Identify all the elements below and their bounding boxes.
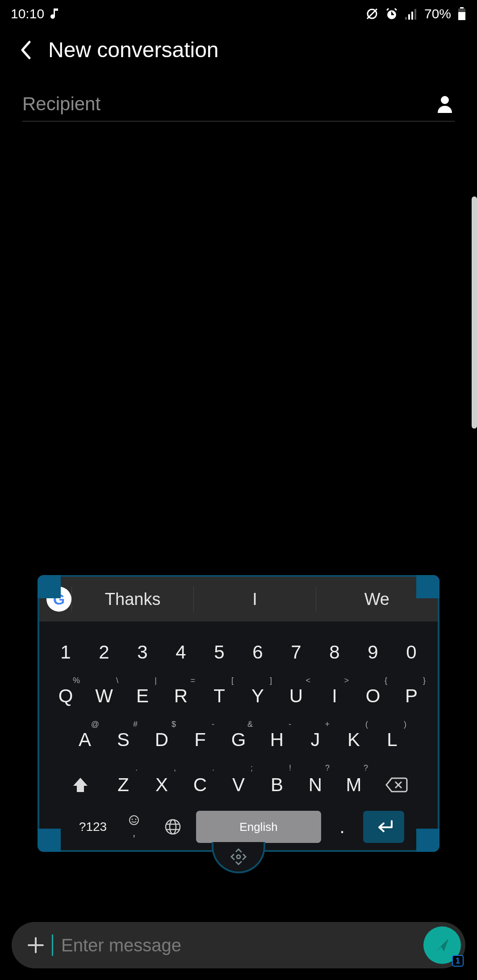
svg-rect-8	[458, 12, 465, 20]
key-d[interactable]: $D	[144, 721, 180, 759]
key-row-1: 1 2 3 4 5 6 7 8 9 0	[39, 633, 438, 671]
svg-rect-2	[405, 17, 407, 20]
suggestion-2[interactable]: I	[193, 587, 315, 612]
status-time: 10:10	[11, 6, 44, 21]
enter-key[interactable]	[363, 811, 404, 843]
svg-rect-4	[411, 12, 413, 20]
space-key[interactable]: English	[196, 811, 321, 843]
key-p[interactable]: }P	[393, 677, 429, 715]
key-row-4: .Z ,X .C ;V !B ?N ?M	[39, 764, 438, 805]
language-key[interactable]	[155, 811, 191, 843]
key-s[interactable]: #S	[105, 721, 141, 759]
key-z[interactable]: .Z	[105, 764, 141, 805]
svg-point-14	[170, 820, 176, 834]
battery-icon	[457, 7, 466, 21]
composer: 1	[12, 922, 465, 968]
key-1[interactable]: 1	[48, 633, 84, 671]
kbd-corner	[416, 575, 439, 598]
key-n[interactable]: ?N	[297, 764, 333, 805]
key-x[interactable]: ,X	[144, 764, 180, 805]
back-button[interactable]	[20, 42, 35, 58]
key-g[interactable]: &G	[221, 721, 256, 759]
send-button[interactable]: 1	[423, 926, 461, 964]
shift-key[interactable]	[58, 764, 103, 805]
message-input[interactable]	[61, 935, 423, 955]
kbd-corner	[416, 829, 439, 852]
key-u[interactable]: <U	[278, 677, 314, 715]
key-h[interactable]: -H	[259, 721, 295, 759]
page-title: New conversation	[48, 38, 219, 62]
svg-rect-3	[408, 14, 410, 20]
svg-point-13	[166, 820, 180, 834]
keyboard: G Thanks I We 1 2 3 4 5 6 7 8 9 0 %Q \W …	[38, 575, 439, 852]
key-v[interactable]: ;V	[221, 764, 256, 805]
key-2[interactable]: 2	[86, 633, 122, 671]
backspace-key[interactable]	[374, 764, 419, 805]
key-e[interactable]: |E	[125, 677, 160, 715]
key-a[interactable]: @A	[67, 721, 103, 759]
key-f[interactable]: -F	[182, 721, 218, 759]
sim-badge: 1	[452, 955, 464, 967]
key-w[interactable]: \W	[86, 677, 122, 715]
text-caret	[52, 934, 53, 956]
key-row-5: ?123 , English .	[39, 811, 438, 843]
kbd-corner	[38, 829, 61, 852]
status-bar: 10:10 70%	[0, 0, 477, 26]
key-k[interactable]: (K	[336, 721, 372, 759]
key-i[interactable]: >I	[317, 677, 352, 715]
key-q[interactable]: %Q	[48, 677, 84, 715]
kbd-corner	[38, 575, 61, 598]
svg-point-15	[237, 855, 240, 859]
key-j[interactable]: +J	[297, 721, 333, 759]
svg-point-9	[441, 96, 449, 104]
key-b[interactable]: !B	[259, 764, 295, 805]
key-5[interactable]: 5	[201, 633, 237, 671]
key-y[interactable]: ]Y	[240, 677, 276, 715]
key-8[interactable]: 8	[317, 633, 352, 671]
attach-button[interactable]	[22, 935, 49, 955]
svg-point-10	[130, 816, 138, 825]
key-3[interactable]: 3	[125, 633, 160, 671]
keyboard-handle[interactable]	[212, 842, 265, 873]
key-0[interactable]: 0	[393, 633, 429, 671]
period-key[interactable]: .	[326, 811, 358, 843]
key-o[interactable]: {O	[355, 677, 391, 715]
key-6[interactable]: 6	[240, 633, 276, 671]
recipient-input[interactable]	[22, 93, 435, 115]
dnd-icon	[365, 7, 379, 21]
key-7[interactable]: 7	[278, 633, 314, 671]
svg-rect-6	[460, 7, 464, 8]
key-row-2: %Q \W |E =R [T ]Y <U >I {O }P	[39, 677, 438, 715]
battery-text: 70%	[424, 6, 451, 21]
key-l[interactable]: )L	[374, 721, 410, 759]
suggestion-row: G Thanks I We	[39, 577, 438, 621]
music-icon	[50, 7, 61, 21]
key-9[interactable]: 9	[355, 633, 391, 671]
key-4[interactable]: 4	[163, 633, 199, 671]
key-t[interactable]: [T	[201, 677, 237, 715]
header: New conversation	[0, 26, 477, 78]
key-m[interactable]: ?M	[336, 764, 372, 805]
contacts-button[interactable]	[435, 95, 455, 113]
symbols-key[interactable]: ?123	[73, 811, 113, 843]
svg-point-12	[135, 819, 137, 820]
signal-icon	[405, 8, 418, 20]
suggestion-1[interactable]: Thanks	[71, 587, 193, 612]
svg-rect-5	[414, 9, 416, 20]
emoji-key[interactable]: ,	[118, 811, 150, 843]
key-row-3: @A #S $D -F &G -H +J (K )L	[39, 721, 438, 759]
key-r[interactable]: =R	[163, 677, 199, 715]
scrollbar[interactable]	[472, 196, 477, 429]
svg-point-11	[132, 819, 133, 820]
key-c[interactable]: .C	[182, 764, 218, 805]
recipient-row	[22, 93, 455, 121]
alarm-icon	[385, 7, 398, 21]
